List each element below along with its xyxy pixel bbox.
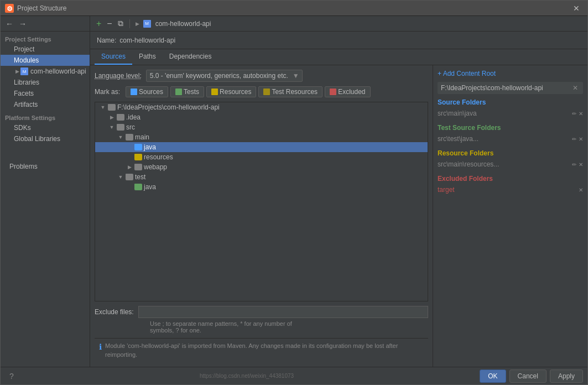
- sidebar-item-sdks[interactable]: SDKs: [1, 122, 90, 133]
- sources-color-icon: [131, 89, 137, 95]
- root-path-close-button[interactable]: ✕: [571, 84, 580, 92]
- source-folders-title: Source Folders: [438, 98, 583, 106]
- exclude-files-row: Exclude files:: [95, 306, 428, 318]
- tab-dependencies[interactable]: Dependencies: [163, 49, 218, 65]
- webapp-expand-icon: ▶: [126, 164, 133, 170]
- mark-excluded-button[interactable]: Excluded: [325, 86, 370, 97]
- copy-button[interactable]: ⧉: [116, 18, 125, 29]
- exclude-input[interactable]: [138, 306, 428, 318]
- test-folder-edit-icon[interactable]: ✏: [572, 136, 576, 142]
- sidebar-item-libraries[interactable]: Libraries: [1, 77, 90, 88]
- test-folder-remove-icon[interactable]: ✕: [579, 136, 583, 142]
- tabs-bar: Sources Paths Dependencies: [90, 49, 587, 65]
- svg-text:⚙: ⚙: [7, 5, 13, 12]
- mark-sources-button[interactable]: Sources: [126, 86, 168, 97]
- language-select-wrapper: 5.0 - 'enum' keyword, generics, autoboxi…: [146, 70, 303, 82]
- project-label: Project: [14, 45, 34, 53]
- resources-color-icon: [211, 89, 218, 95]
- sidebar-tree-module[interactable]: ▶ M com-helloworld-api: [1, 66, 90, 77]
- source-folder-remove-icon[interactable]: ✕: [579, 111, 583, 117]
- excluded-folder-remove-icon[interactable]: ✕: [579, 187, 583, 193]
- exclude-label: Exclude files:: [95, 308, 134, 316]
- language-select[interactable]: 5.0 - 'enum' keyword, generics, autoboxi…: [146, 70, 303, 82]
- sidebar-item-modules[interactable]: Modules: [1, 55, 90, 66]
- remove-button[interactable]: −: [105, 18, 113, 30]
- module-name-label: com-helloworld-api: [30, 67, 86, 75]
- src-folder-icon: [117, 124, 124, 131]
- tree-node-root[interactable]: ▼ F:\IdeaProjects\com-helloworld-api: [95, 102, 428, 112]
- test-resources-color-icon: [263, 89, 270, 95]
- apply-button[interactable]: Apply: [550, 370, 583, 383]
- bottom-bar: ? https://blog.csdn.net/weixin_44381073 …: [1, 367, 587, 384]
- folder-tree[interactable]: ▼ F:\IdeaProjects\com-helloworld-api ▶ .…: [95, 102, 428, 301]
- facets-label: Facets: [14, 90, 34, 97]
- test-folder-icon: [126, 174, 133, 180]
- java-test-folder-icon: [134, 184, 142, 190]
- tree-node-java-main[interactable]: java: [95, 142, 428, 152]
- java-main-folder-icon: [134, 144, 142, 150]
- java-main-label: java: [144, 143, 156, 151]
- tree-node-resources[interactable]: resources: [95, 152, 428, 162]
- tab-sources[interactable]: Sources: [95, 49, 132, 65]
- watermark-text: https://blog.csdn.net/weixin_44381073: [200, 373, 294, 379]
- sidebar-item-facets[interactable]: Facets: [1, 88, 90, 99]
- mark-tests-button[interactable]: Tests: [170, 86, 204, 97]
- excluded-folder-path: target: [438, 186, 455, 194]
- excluded-folder-actions: ✕: [579, 187, 583, 193]
- resource-folder-edit-icon[interactable]: ✏: [572, 162, 576, 168]
- nav-forward-button[interactable]: →: [17, 18, 28, 29]
- cancel-button[interactable]: Cancel: [509, 370, 547, 383]
- sidebar-item-problems[interactable]: Problems: [1, 161, 90, 172]
- resource-folders-section: Resource Folders src\main\resources... ✏…: [438, 149, 583, 169]
- source-folder-edit-icon[interactable]: ✏: [572, 111, 576, 117]
- mark-resources-button[interactable]: Resources: [206, 86, 256, 97]
- module-name-display: com-helloworld-api: [119, 37, 175, 44]
- window-title: Project Structure: [17, 4, 570, 12]
- excluded-folder-entry: target ✕: [438, 185, 583, 195]
- resource-folder-path: src\main\resources...: [438, 160, 499, 168]
- main-expand-icon: ▼: [117, 134, 124, 140]
- main-content: ← → Project Settings Project Modules ▶ M…: [1, 16, 587, 367]
- idea-folder-icon: [117, 114, 124, 121]
- nav-back-button[interactable]: ←: [4, 18, 15, 29]
- help-button[interactable]: ?: [9, 372, 14, 381]
- mark-test-resources-button[interactable]: Test Resources: [258, 86, 322, 97]
- sidebar-item-artifacts[interactable]: Artifacts: [1, 99, 90, 110]
- add-content-root-button[interactable]: + Add Content Root: [438, 70, 583, 77]
- tree-node-webapp[interactable]: ▶ webapp: [95, 162, 428, 172]
- sidebar-tree: Project Settings Project Modules ▶ M com…: [1, 32, 90, 367]
- tree-node-idea[interactable]: ▶ .idea: [95, 112, 428, 122]
- module-header: Name: com-helloworld-api: [90, 32, 587, 49]
- sidebar: ← → Project Settings Project Modules ▶ M…: [1, 16, 90, 367]
- sidebar-item-project[interactable]: Project: [1, 44, 90, 55]
- tree-node-main[interactable]: ▼ main: [95, 132, 428, 142]
- tests-color-icon: [175, 89, 182, 95]
- sources-panel: Language level: 5.0 - 'enum' keyword, ge…: [90, 65, 433, 367]
- language-level-row: Language level: 5.0 - 'enum' keyword, ge…: [95, 70, 428, 82]
- idea-label: .idea: [126, 113, 141, 121]
- artifacts-label: Artifacts: [14, 101, 38, 108]
- libraries-label: Libraries: [14, 79, 39, 86]
- root-path-label: F:\IdeaProjects\com-helloworld-api: [117, 103, 220, 111]
- test-source-folders-title: Test Source Folders: [438, 124, 583, 132]
- resource-folder-remove-icon[interactable]: ✕: [579, 162, 583, 168]
- title-bar: ⚙ Project Structure ✕: [1, 1, 587, 16]
- add-button[interactable]: +: [95, 18, 103, 30]
- resource-folder-actions: ✏ ✕: [572, 162, 583, 168]
- sidebar-item-global-libraries[interactable]: Global Libraries: [1, 133, 90, 144]
- tab-paths[interactable]: Paths: [132, 49, 163, 65]
- window-close-button[interactable]: ✕: [570, 3, 583, 14]
- test-source-folder-actions: ✏ ✕: [572, 136, 583, 142]
- source-folder-path: src\main\java: [438, 110, 477, 117]
- main-folder-icon: [126, 134, 133, 141]
- resources-label: resources: [144, 153, 173, 161]
- tree-node-src[interactable]: ▼ src: [95, 122, 428, 132]
- ok-button[interactable]: OK: [480, 370, 506, 383]
- root-path-entry: F:\IdeaProjects\com-helloworld-api ✕: [438, 82, 583, 94]
- java-test-label: java: [144, 183, 156, 191]
- tree-node-java-test[interactable]: java: [95, 182, 428, 192]
- src-expand-icon: ▼: [108, 124, 115, 130]
- sdks-label: SDKs: [14, 124, 31, 132]
- tree-node-test[interactable]: ▼ test: [95, 172, 428, 182]
- excluded-color-icon: [330, 89, 336, 95]
